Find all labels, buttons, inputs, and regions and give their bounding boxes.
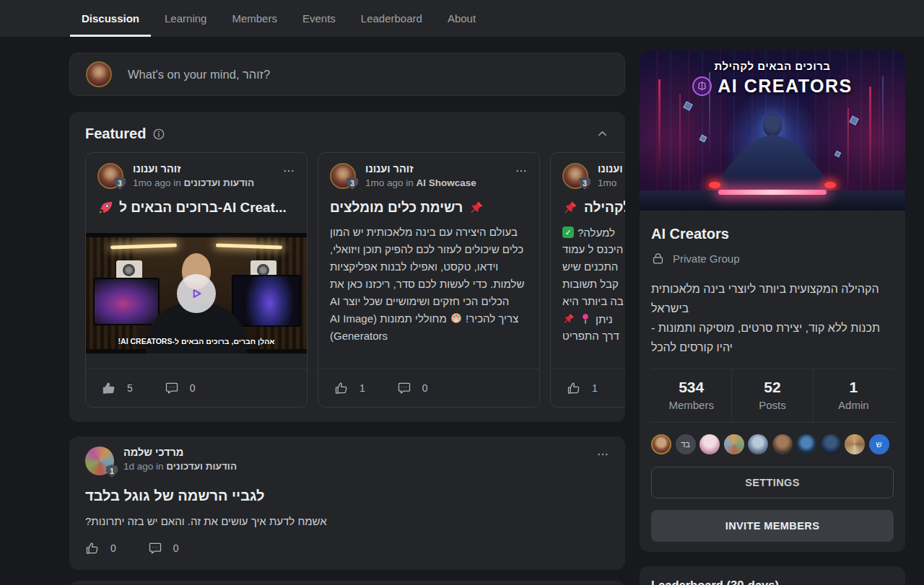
like-button[interactable]: 0 bbox=[85, 541, 116, 555]
author-name[interactable]: זוהר וענונו bbox=[365, 163, 476, 175]
group-description: הקהילה המקצועית ביותר ליוצרי בינה מלאכות… bbox=[651, 279, 894, 357]
play-button[interactable] bbox=[177, 274, 216, 313]
top-nav: Discussion Learning Members Events Leade… bbox=[0, 0, 924, 37]
avatar[interactable]: 3 bbox=[562, 163, 588, 189]
author-name[interactable]: מרדכי שלמה bbox=[123, 447, 237, 458]
member-avatar-row: בד ש bbox=[651, 423, 894, 454]
level-badge: 3 bbox=[346, 177, 358, 190]
tab-discussion[interactable]: Discussion bbox=[70, 0, 151, 37]
tab-learning[interactable]: Learning bbox=[153, 0, 218, 37]
category-link[interactable]: הודעות ועדכונים bbox=[166, 461, 237, 472]
member-avatar[interactable] bbox=[651, 434, 671, 454]
group-cover-image[interactable]: ברוכים הבאים לקהילת AI CREATORS bbox=[640, 50, 905, 211]
featured-post-card[interactable]: 3 זוהר וענונו 1mo ברוכים הבאים לקהילה bbox=[550, 152, 625, 408]
author-name[interactable]: זוהר וענונו bbox=[133, 163, 254, 175]
brain-icon bbox=[692, 76, 712, 96]
author-name[interactable]: זוהר וענונו bbox=[598, 163, 625, 175]
next-post-card-edge bbox=[69, 581, 625, 585]
stat-posts[interactable]: 52 Posts bbox=[731, 369, 812, 422]
avatar[interactable]: 3 bbox=[97, 163, 123, 189]
comment-button[interactable]: 0 bbox=[397, 381, 428, 395]
member-avatar[interactable] bbox=[699, 434, 720, 454]
member-avatar[interactable]: ש bbox=[869, 434, 889, 454]
member-avatar[interactable]: בד bbox=[676, 434, 696, 454]
member-avatar[interactable] bbox=[772, 434, 793, 454]
rocket-icon bbox=[97, 200, 113, 216]
post-title[interactable]: לגביי הרשמה של גוגל בלבד bbox=[85, 488, 609, 504]
palette-icon bbox=[450, 312, 463, 325]
post-composer[interactable]: What's on your mind, זוהר? bbox=[69, 53, 625, 96]
tab-leaderboard[interactable]: Leaderboard bbox=[349, 0, 434, 37]
like-count: 1 bbox=[359, 382, 365, 394]
avatar[interactable]: 3 bbox=[330, 163, 356, 189]
comment-button[interactable]: 0 bbox=[148, 541, 179, 555]
level-badge: 3 bbox=[579, 177, 590, 190]
like-button[interactable]: 1 bbox=[567, 381, 598, 395]
pushpin-icon bbox=[562, 200, 578, 216]
group-stats: 534 Members 52 Posts 1 Admin bbox=[651, 369, 894, 423]
pushpin-icon bbox=[562, 312, 575, 325]
level-badge: 3 bbox=[114, 177, 126, 190]
lock-icon bbox=[651, 252, 665, 265]
member-avatar[interactable] bbox=[821, 434, 841, 454]
glowing-hand bbox=[709, 182, 720, 188]
post-title[interactable]: רשימת כלים מומלצים bbox=[330, 200, 528, 216]
category-link[interactable]: AI Showcase bbox=[417, 177, 476, 188]
leaderboard-title: Leaderboard (30-days) bbox=[651, 579, 894, 585]
video-thumbnail[interactable]: אהלן חברים, ברוכים הבאים ל-AI CREATORS! bbox=[86, 233, 307, 353]
featured-post-card[interactable]: 3 זוהר וענונו 1mo ago in הודעות ועדכונים… bbox=[85, 152, 308, 408]
comment-count: 0 bbox=[190, 382, 196, 394]
round-pin-icon bbox=[579, 312, 592, 325]
post-body[interactable]: בעולם היצירה עם בינה מלאכותית יש המון כל… bbox=[330, 224, 528, 345]
post-body[interactable]: ✓ למעלה? היכנס ל עמוד התכנים שיש קבל תשו… bbox=[551, 224, 625, 345]
monitor-screen bbox=[232, 275, 301, 327]
thumbs-up-icon bbox=[102, 381, 116, 395]
comment-count: 0 bbox=[422, 382, 428, 394]
featured-section: Featured 3 זוהר וענונו 1mo ago in הודעות… bbox=[69, 112, 625, 422]
leaderboard-card: Leaderboard (30-days) bbox=[640, 566, 905, 585]
like-button[interactable]: 1 bbox=[334, 381, 365, 395]
feed-post-card[interactable]: 1 מרדכי שלמה 1d ago in הודעות ועדכונים ל… bbox=[69, 436, 625, 570]
comment-icon bbox=[397, 381, 411, 395]
post-title[interactable]: ברוכים הבאים לקהילה bbox=[562, 200, 625, 216]
community-page: Discussion Learning Members Events Leade… bbox=[0, 0, 924, 585]
post-meta: 1d ago in הודעות ועדכונים bbox=[123, 461, 237, 472]
featured-card-row[interactable]: 3 זוהר וענונו 1mo ago in הודעות ועדכונים… bbox=[85, 152, 625, 408]
comment-icon bbox=[148, 541, 162, 555]
comment-count: 0 bbox=[173, 542, 179, 554]
current-user-avatar[interactable] bbox=[86, 61, 112, 87]
post-title[interactable]: ברוכים הבאים ל-AI Creat... bbox=[97, 200, 295, 216]
thumbs-up-icon bbox=[567, 381, 581, 395]
comment-button[interactable]: 0 bbox=[165, 381, 196, 395]
member-avatar[interactable] bbox=[724, 434, 744, 454]
stat-members[interactable]: 534 Members bbox=[651, 369, 731, 422]
member-avatar[interactable] bbox=[748, 434, 768, 454]
video-caption: אהלן חברים, ברוכים הבאים ל-AI CREATORS! bbox=[86, 337, 307, 346]
more-options-icon[interactable] bbox=[596, 448, 609, 461]
group-name: AI Creators bbox=[651, 226, 894, 242]
group-sidebar: ברוכים הבאים לקהילת AI CREATORS AI Creat… bbox=[640, 50, 905, 552]
like-button[interactable]: 5 bbox=[102, 381, 133, 395]
more-options-icon[interactable] bbox=[515, 164, 528, 177]
thumbs-up-icon bbox=[85, 541, 100, 555]
chevron-up-icon[interactable] bbox=[596, 127, 609, 141]
tab-events[interactable]: Events bbox=[291, 0, 347, 37]
stat-admin[interactable]: 1 Admin bbox=[813, 369, 894, 422]
avatar[interactable]: 1 bbox=[85, 447, 114, 475]
post-body[interactable]: אשמח לדעת איך עושים את זה. והאם יש בזה י… bbox=[85, 515, 609, 527]
tab-members[interactable]: Members bbox=[220, 0, 289, 37]
composer-placeholder: What's on your mind, זוהר? bbox=[128, 68, 270, 82]
tab-about[interactable]: About bbox=[436, 0, 487, 37]
category-link[interactable]: הודעות ועדכונים bbox=[184, 177, 255, 188]
info-icon[interactable] bbox=[152, 128, 165, 141]
post-meta: 1mo ago in הודעות ועדכונים bbox=[133, 177, 254, 188]
member-avatar[interactable] bbox=[845, 434, 865, 454]
featured-post-card[interactable]: 3 זוהר וענונו 1mo ago in AI Showcase רשי… bbox=[318, 152, 540, 408]
like-count: 5 bbox=[127, 382, 133, 394]
invite-members-button[interactable]: INVITE MEMBERS bbox=[651, 510, 894, 542]
more-options-icon[interactable] bbox=[282, 164, 295, 177]
cover-welcome-text: ברוכים הבאים לקהילת bbox=[640, 60, 905, 72]
member-avatar[interactable] bbox=[796, 434, 816, 454]
privacy-label: Private Group bbox=[673, 252, 740, 265]
settings-button[interactable]: SETTINGS bbox=[651, 467, 894, 498]
